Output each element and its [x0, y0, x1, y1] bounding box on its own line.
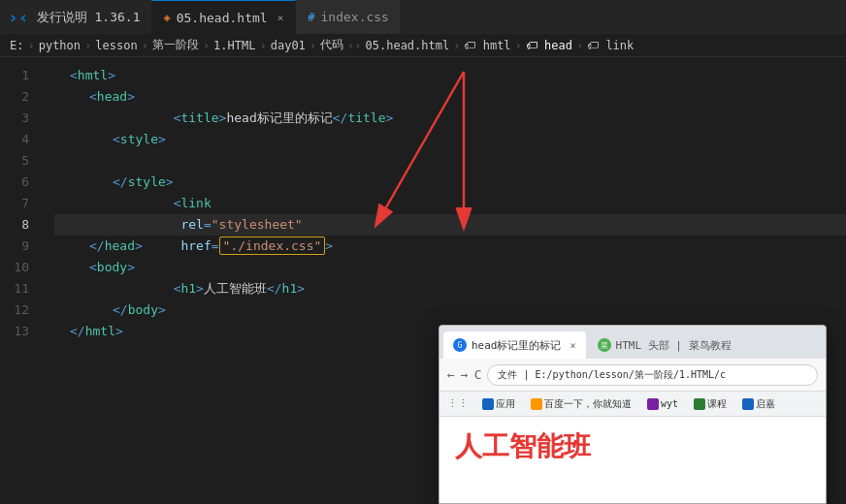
code-line-8: <link rel="stylesheet" href="./index.css… [54, 214, 846, 236]
breadcrumb-html: 1.HTML [213, 39, 255, 52]
browser-preview: G head标记里的标记 × 菜 HTML 头部 | 菜鸟教程 ← → C 文件… [439, 325, 827, 504]
breadcrumb: E: › python › lesson › 第一阶段 › 1.HTML › d… [0, 34, 846, 57]
vscode-icon: ›‹ [8, 7, 29, 27]
bookmark-course[interactable]: 课程 [688, 395, 732, 413]
breadcrumb-link: 🏷 link [587, 39, 634, 52]
bookmark-qijia[interactable]: 启嘉 [736, 395, 781, 413]
breadcrumb-head: 🏷 head [526, 39, 572, 52]
tab-index-css[interactable]: # index.css [296, 0, 402, 34]
breadcrumb-e: E: [10, 39, 23, 52]
bookmark-qijia-icon [742, 398, 754, 410]
browser-forward-btn[interactable]: → [461, 367, 469, 382]
bookmark-course-icon [694, 398, 705, 410]
line-9: 9 [0, 236, 39, 257]
bookmark-baidu-icon [531, 398, 542, 410]
browser-fav-icon2: 菜 [598, 338, 611, 352]
browser-bookmarks: ⋮⋮ 应用 百度一下，你就知道 wyt 课程 启嘉 [439, 392, 826, 417]
title-bar: ›‹ 发行说明 1.36.1 ◈ 05.head.html × # index.… [0, 0, 846, 34]
browser-address-text: 文件 | E:/python/lesson/第一阶段/1.HTML/c [498, 368, 726, 382]
line-numbers: 1 2 3 4 5 6 7 8 9 10 11 12 13 [0, 57, 47, 504]
bookmark-wyt-icon [647, 398, 659, 410]
breadcrumb-file: 05.head.html [366, 39, 450, 52]
browser-tab-label: head标记里的标记 [472, 338, 562, 353]
browser-content: 人工智能班 [439, 417, 826, 477]
breadcrumb-stage: 第一阶段 [152, 37, 199, 53]
bookmark-qijia-label: 启嘉 [756, 397, 775, 411]
line-1: 1 [0, 65, 39, 86]
code-line-1: <hmtl> [54, 65, 846, 86]
line-6: 6 [0, 172, 39, 193]
tab-head-html-label: 05.head.html [177, 11, 268, 25]
bookmark-course-label: 课程 [707, 397, 727, 411]
browser-address-bar: ← → C 文件 | E:/python/lesson/第一阶段/1.HTML/… [439, 359, 826, 392]
code-line-5 [54, 150, 846, 172]
css-file-icon: # [308, 11, 314, 24]
line-12: 12 [0, 299, 39, 321]
browser-fav-icon: G [453, 338, 467, 352]
breadcrumb-code: 代码 [320, 37, 343, 53]
browser-back-btn[interactable]: ← [447, 367, 455, 382]
bookmark-wyt[interactable]: wyt [641, 396, 684, 412]
line-2: 2 [0, 86, 39, 108]
tab-head-html-close[interactable]: × [277, 12, 284, 24]
breadcrumb-hmtl: 🏷 hmtl [464, 39, 510, 52]
app-info: ›‹ 发行说明 1.36.1 [8, 7, 140, 27]
line-7: 7 [0, 193, 39, 214]
line-3: 3 [0, 108, 39, 129]
line-4: 4 [0, 129, 39, 150]
tab-index-css-label: index.css [321, 10, 389, 24]
line-10: 10 [0, 257, 39, 278]
html-file-icon: ◈ [163, 11, 170, 24]
tab-head-html[interactable]: ◈ 05.head.html × [151, 0, 296, 34]
breadcrumb-python: python [39, 39, 81, 52]
bookmark-apps[interactable]: 应用 [476, 395, 521, 413]
code-line-3: <title>head标记里的标记</title> [54, 108, 846, 129]
browser-tab-active[interactable]: G head标记里的标记 × [443, 331, 586, 359]
bookmark-apps-label: 应用 [496, 397, 515, 411]
browser-address-input[interactable]: 文件 | E:/python/lesson/第一阶段/1.HTML/c [487, 364, 818, 386]
breadcrumb-lesson: lesson [95, 39, 137, 52]
bookmarks-icon: ⋮⋮ [447, 397, 469, 410]
browser-tab2-label: HTML 头部 | 菜鸟教程 [616, 338, 732, 353]
app-title: 发行说明 1.36.1 [37, 9, 141, 26]
line-13: 13 [0, 321, 39, 342]
bookmark-baidu[interactable]: 百度一下，你就知道 [525, 395, 637, 413]
breadcrumb-day01: day01 [271, 39, 306, 52]
line-8: 8 [0, 214, 39, 236]
bookmark-baidu-label: 百度一下，你就知道 [544, 397, 632, 411]
bookmark-wyt-label: wyt [661, 398, 678, 409]
bookmark-apps-icon [482, 398, 494, 410]
line-11: 11 [0, 278, 39, 299]
line-5: 5 [0, 150, 39, 172]
browser-h1: 人工智能班 [455, 428, 810, 465]
code-line-11: <h1>人工智能班</h1> [54, 278, 846, 299]
browser-tab-second[interactable]: 菜 HTML 头部 | 菜鸟教程 [588, 331, 741, 359]
browser-refresh-btn[interactable]: C [474, 367, 482, 382]
browser-tab-close[interactable]: × [570, 340, 576, 351]
tabs: ◈ 05.head.html × # index.css [151, 0, 401, 34]
browser-tabs-bar: G head标记里的标记 × 菜 HTML 头部 | 菜鸟教程 [439, 326, 826, 359]
